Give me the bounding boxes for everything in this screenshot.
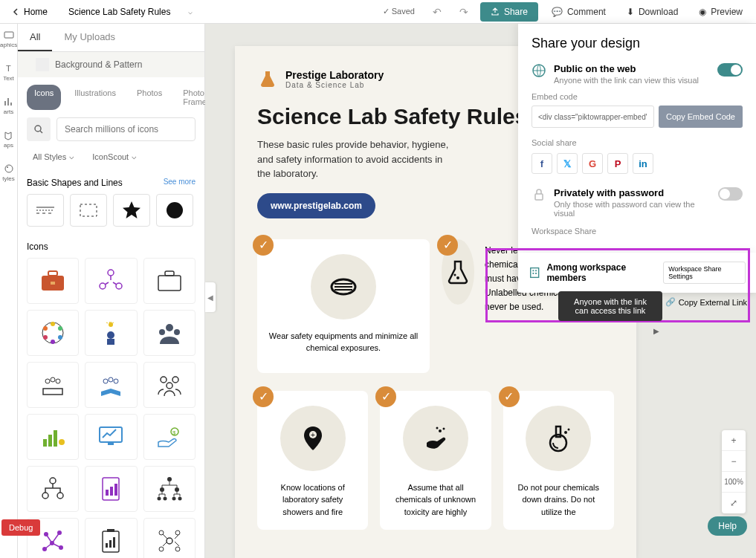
filter-iconscout[interactable]: IconScout ⌵ <box>86 149 143 164</box>
cta-button[interactable]: www.prestigelab.com <box>257 193 375 218</box>
svg-point-2 <box>5 165 13 172</box>
svg-point-51 <box>57 493 63 499</box>
card-5[interactable]: ✓ Do not pour chemicals down drains. Do … <box>503 391 614 531</box>
shape-rect-dashed[interactable] <box>70 194 107 227</box>
svg-point-83 <box>454 273 456 276</box>
rail-styles[interactable]: tyles <box>0 163 17 182</box>
shapes-header: Basic Shapes and Lines <box>27 178 123 188</box>
background-pattern-row[interactable]: Background & Pattern <box>18 52 204 77</box>
zoom-in-button[interactable]: + <box>722 430 746 451</box>
filter-all-styles[interactable]: All Styles ⌵ <box>27 149 80 164</box>
icon-hierarchy[interactable] <box>143 466 196 512</box>
shape-lines[interactable] <box>27 194 64 227</box>
svg-point-14 <box>100 283 106 289</box>
rail-text[interactable]: TText <box>0 63 17 82</box>
pinterest-button[interactable]: P <box>607 153 628 174</box>
icon-team[interactable] <box>143 310 196 356</box>
expand-panel-handle[interactable]: ▶ <box>653 327 664 337</box>
pill-illustrations[interactable]: Illustrations <box>67 85 123 110</box>
home-button[interactable]: Home <box>6 4 54 20</box>
rail-maps[interactable]: aps <box>0 130 17 149</box>
svg-point-77 <box>175 547 180 551</box>
back-icon <box>12 7 21 16</box>
svg-point-82 <box>456 276 459 279</box>
lock-icon <box>532 187 546 202</box>
debug-button[interactable]: Debug <box>1 519 40 536</box>
zoom-out-button[interactable]: − <box>722 451 746 472</box>
flask-logo-icon <box>257 68 278 89</box>
tab-my-uploads[interactable]: My Uploads <box>52 24 127 51</box>
icon-monitor-chart[interactable] <box>85 414 137 460</box>
card-3[interactable]: ✓ + Know locations of laboratory safety … <box>257 391 368 531</box>
svg-point-35 <box>103 379 108 383</box>
icon-org-chart[interactable] <box>27 466 79 512</box>
document-title[interactable]: Science Lab Safety Rules <box>59 7 179 17</box>
icon-hand-money[interactable]: $ <box>143 414 196 460</box>
private-toggle[interactable] <box>718 187 743 201</box>
svg-rect-53 <box>106 490 109 496</box>
hero-subtitle[interactable]: These basic rules provide behavior, hygi… <box>257 137 450 181</box>
icon-network-nodes[interactable] <box>143 518 196 558</box>
chevron-down-icon[interactable]: ⌵ <box>188 7 193 16</box>
saved-status: ✓ Saved <box>377 4 421 19</box>
svg-point-21 <box>58 335 62 340</box>
svg-point-29 <box>159 329 165 335</box>
workspace-settings-button[interactable]: Workspace Share Settings <box>663 262 746 284</box>
shape-star[interactable] <box>113 194 150 227</box>
linkedin-button[interactable]: in <box>633 153 653 174</box>
zoom-fit-button[interactable]: ⤢ <box>722 493 746 513</box>
icons-header: Icons <box>27 241 48 252</box>
preview-button[interactable]: ◉ Preview <box>691 2 750 22</box>
rail-graphics[interactable]: aphics <box>0 30 17 48</box>
share-button[interactable]: Share <box>480 2 538 22</box>
icon-doc-chart[interactable] <box>85 466 137 512</box>
icon-people-network[interactable] <box>85 258 137 304</box>
shape-circle[interactable] <box>156 194 193 227</box>
rail-charts[interactable]: arts <box>0 97 17 115</box>
icon-conference[interactable] <box>27 362 79 408</box>
search-button[interactable] <box>27 117 51 141</box>
undo-button[interactable]: ↶ <box>427 1 448 22</box>
icon-book-people[interactable] <box>85 362 137 408</box>
copy-embed-button[interactable]: Copy Embed Code <box>659 106 743 128</box>
svg-point-76 <box>159 547 164 551</box>
location-icon: + <box>297 422 329 455</box>
svg-rect-8 <box>80 204 97 216</box>
google-button[interactable]: G <box>582 153 603 174</box>
icon-group-outline[interactable] <box>143 362 196 408</box>
check-badge: ✓ <box>253 235 274 256</box>
redo-button[interactable]: ↷ <box>453 1 474 22</box>
search-input[interactable] <box>56 117 196 141</box>
copy-external-link-button[interactable]: 🔗 Copy External Link <box>665 297 747 307</box>
comment-button[interactable]: 💬 Comment <box>544 2 613 22</box>
icon-bar-chart-trophy[interactable] <box>27 414 79 460</box>
card-1[interactable]: ✓ Wear safety equipments and minimize al… <box>257 239 430 373</box>
icon-briefcase[interactable] <box>27 258 79 304</box>
home-label: Home <box>24 7 48 17</box>
svg-text:T: T <box>6 64 11 73</box>
svg-rect-71 <box>109 540 112 548</box>
tab-all[interactable]: All <box>18 24 52 51</box>
svg-rect-94 <box>535 194 543 200</box>
icon-briefcase-outline[interactable] <box>143 258 196 304</box>
collapse-sidebar-handle[interactable]: ◀ <box>205 282 216 312</box>
public-toggle[interactable] <box>717 63 743 77</box>
svg-rect-95 <box>531 268 539 278</box>
icon-color-wheel[interactable] <box>27 310 79 356</box>
icon-idea-person[interactable] <box>85 310 137 356</box>
zoom-level[interactable]: 100% <box>722 472 746 493</box>
twitter-button[interactable]: 𝕏 <box>557 153 578 174</box>
icon-clipboard-chart[interactable] <box>85 518 137 558</box>
card-4[interactable]: ✓ Assume that all chemicals of unknown t… <box>380 391 491 531</box>
svg-point-49 <box>50 478 56 484</box>
pill-icons[interactable]: Icons <box>27 85 61 110</box>
pill-photos[interactable]: Photos <box>129 85 169 110</box>
facebook-button[interactable]: f <box>532 153 552 174</box>
svg-rect-70 <box>106 543 108 548</box>
handwash-icon <box>419 422 452 455</box>
see-more-link[interactable]: See more <box>164 178 196 188</box>
svg-rect-0 <box>4 32 13 38</box>
embed-input[interactable] <box>532 106 654 128</box>
help-button[interactable]: Help <box>708 516 747 536</box>
download-button[interactable]: ⬇ Download <box>619 2 685 22</box>
